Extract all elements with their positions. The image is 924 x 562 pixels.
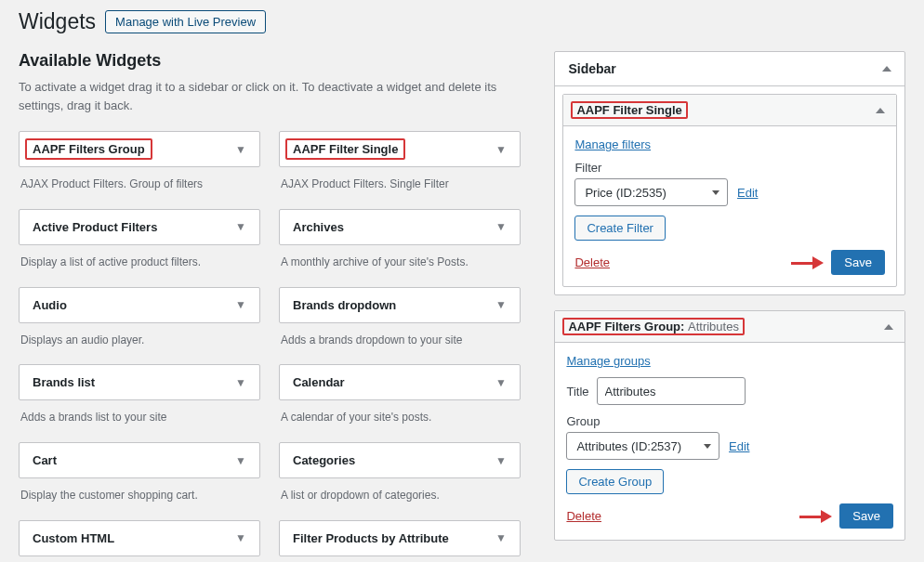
widget-list-right: AAPF Filter Single ▼ AJAX Product Filter… xyxy=(279,131,521,556)
chevron-down-icon xyxy=(704,444,711,449)
save-button[interactable]: Save xyxy=(839,503,893,529)
chevron-down-icon: ▼ xyxy=(235,220,246,233)
sidebar-area: Sidebar AAPF Filter Single Manage filter… xyxy=(554,51,905,295)
manage-filters-link[interactable]: Manage filters xyxy=(574,137,651,151)
chevron-down-icon: ▼ xyxy=(495,143,507,156)
chevron-down-icon: ▼ xyxy=(235,298,246,311)
widget-aapf-filters-group[interactable]: AAPF Filters Group ▼ xyxy=(19,131,260,167)
highlight-box: AAPF Filters Group: Attributes xyxy=(562,318,745,335)
widget-cart[interactable]: Cart ▼ xyxy=(19,442,260,478)
delete-widget-link[interactable]: Delete xyxy=(574,255,610,269)
manage-live-preview-button[interactable]: Manage with Live Preview xyxy=(105,10,266,33)
widget-panel-filters-group: AAPF Filters Group: Attributes Manage gr… xyxy=(555,311,904,540)
widget-aapf-filter-single[interactable]: AAPF Filter Single ▼ xyxy=(279,131,521,167)
delete-widget-link[interactable]: Delete xyxy=(566,509,601,523)
widget-desc: Display a list of active product filters… xyxy=(19,245,260,287)
highlight-box: AAPF Filter Single xyxy=(571,101,687,119)
manage-groups-link[interactable]: Manage groups xyxy=(566,354,650,368)
widget-desc: AJAX Product Filters. Group of filters xyxy=(19,167,260,209)
widget-list-left: AAPF Filters Group ▼ AJAX Product Filter… xyxy=(19,131,260,556)
widget-panel-header[interactable]: AAPF Filter Single xyxy=(563,95,896,126)
chevron-down-icon: ▼ xyxy=(235,531,246,544)
annotation-arrow-icon xyxy=(791,258,824,268)
widget-panel-filters-group-box: AAPF Filters Group: Attributes Manage gr… xyxy=(554,310,905,541)
available-widgets-column: Available Widgets To activate a widget d… xyxy=(19,51,535,556)
filter-label: Filter xyxy=(574,161,885,175)
chevron-down-icon: ▼ xyxy=(235,454,246,467)
title-input[interactable] xyxy=(597,377,746,405)
available-widgets-help: To activate a widget drag it to a sideba… xyxy=(19,78,535,114)
widget-brands-dropdown[interactable]: Brands dropdown ▼ xyxy=(279,287,521,323)
chevron-down-icon: ▼ xyxy=(495,220,507,233)
chevron-down-icon: ▼ xyxy=(495,531,507,544)
group-select[interactable]: Attributes (ID:2537) xyxy=(566,432,719,460)
highlight-box: AAPF Filter Single xyxy=(285,138,405,160)
highlight-box: AAPF Filters Group xyxy=(25,138,152,160)
group-label: Group xyxy=(566,414,893,428)
sidebar-column: Sidebar AAPF Filter Single Manage filter… xyxy=(554,51,905,556)
page-title: Widgets xyxy=(19,9,96,34)
save-button[interactable]: Save xyxy=(831,250,885,275)
widget-categories[interactable]: Categories ▼ xyxy=(279,442,521,478)
sidebar-area-header[interactable]: Sidebar xyxy=(555,52,904,86)
collapse-icon xyxy=(882,66,891,72)
widget-brands-list[interactable]: Brands list ▼ xyxy=(19,364,260,400)
widget-desc: Adds a brands dropdown to your site xyxy=(279,323,521,365)
widget-archives[interactable]: Archives ▼ xyxy=(279,209,521,245)
page-header: Widgets Manage with Live Preview xyxy=(19,9,905,34)
title-label: Title xyxy=(566,385,588,399)
widget-desc: Display the customer shopping cart. xyxy=(19,478,260,520)
chevron-down-icon: ▼ xyxy=(495,376,507,389)
widget-active-product-filters[interactable]: Active Product Filters ▼ xyxy=(19,209,260,245)
annotation-arrow-icon xyxy=(799,512,832,521)
widget-desc: Displays an audio player. xyxy=(19,323,260,365)
widget-calendar[interactable]: Calendar ▼ xyxy=(279,364,521,400)
widget-panel-header[interactable]: AAPF Filters Group: Attributes xyxy=(555,311,904,343)
widget-panel-filter-single: AAPF Filter Single Manage filters Filter… xyxy=(562,94,897,287)
create-group-button[interactable]: Create Group xyxy=(566,469,664,494)
widget-desc: A calendar of your site's posts. xyxy=(279,400,521,442)
widget-desc: AJAX Product Filters. Single Filter xyxy=(279,167,521,209)
collapse-icon xyxy=(884,324,893,330)
available-widgets-title: Available Widgets xyxy=(19,51,535,71)
chevron-down-icon xyxy=(712,190,719,195)
chevron-down-icon: ▼ xyxy=(495,454,507,467)
widget-custom-html[interactable]: Custom HTML ▼ xyxy=(19,520,260,556)
collapse-icon xyxy=(876,108,885,113)
create-filter-button[interactable]: Create Filter xyxy=(574,216,666,241)
chevron-down-icon: ▼ xyxy=(235,143,246,156)
widget-audio[interactable]: Audio ▼ xyxy=(19,287,260,323)
edit-group-link[interactable]: Edit xyxy=(729,439,749,453)
filter-select[interactable]: Price (ID:2535) xyxy=(574,178,728,206)
chevron-down-icon: ▼ xyxy=(495,298,507,311)
chevron-down-icon: ▼ xyxy=(235,376,246,389)
widget-desc: A list or dropdown of categories. xyxy=(279,478,521,520)
widget-filter-products-by-attribute[interactable]: Filter Products by Attribute ▼ xyxy=(279,520,521,556)
edit-filter-link[interactable]: Edit xyxy=(737,186,758,200)
widget-desc: Adds a brands list to your site xyxy=(19,400,260,442)
widget-desc: A monthly archive of your site's Posts. xyxy=(279,245,521,287)
